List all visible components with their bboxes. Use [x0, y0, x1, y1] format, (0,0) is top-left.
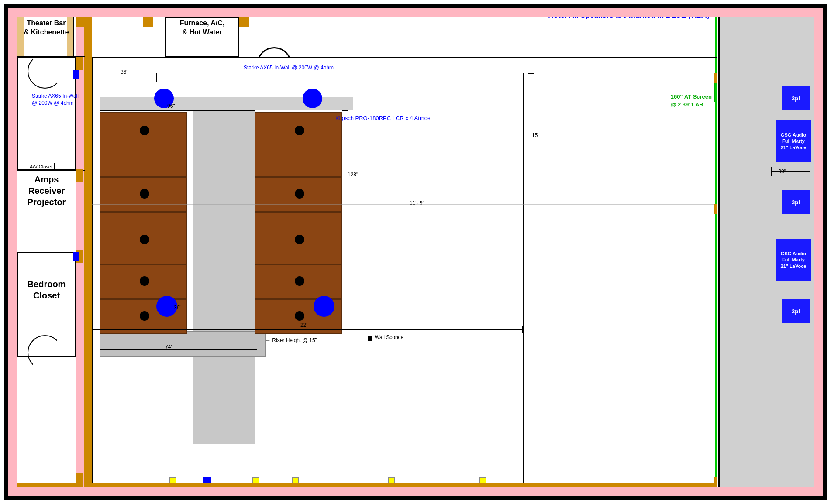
speaker-circle-br [314, 296, 334, 317]
brick-top-3 [239, 17, 249, 27]
wall-right-outer [814, 8, 823, 496]
brick-top-1 [76, 17, 85, 27]
dim-15ft: 15' [532, 132, 539, 138]
seat-block-r3 [255, 212, 342, 264]
dim-tick-r [810, 167, 810, 176]
wall-sconce-icon [368, 336, 372, 341]
seat-block-r1 [255, 112, 342, 177]
screen-arrow-h [707, 102, 714, 102]
wall-sconce: Wall Sconce [375, 334, 403, 340]
dim-74: 74" [165, 344, 173, 350]
brick-right-2 [714, 204, 717, 214]
dim-96: 96" [167, 103, 175, 109]
speaker-3pi-mid: 3pi [782, 190, 810, 214]
seat-block-l3 [100, 212, 187, 264]
dim-line-96 [100, 110, 255, 111]
wall-bottom [8, 487, 823, 496]
gray-aisle-center [193, 108, 255, 444]
riser-annotation: ← Riser Height @ 15" [266, 337, 317, 343]
brick-bottom [92, 483, 717, 487]
furnace-label: Furnace, A/C,& Hot Water [165, 19, 239, 37]
dim-line-11-9 [342, 208, 521, 208]
brick-left-4 [76, 473, 83, 487]
theater-right-wall [523, 73, 524, 487]
dim-line-36-top [100, 77, 156, 77]
theater-left-wall [92, 57, 93, 487]
dim-tick-96-r [255, 107, 255, 114]
seat-block-l2 [100, 177, 187, 212]
gray-riser [100, 331, 266, 357]
brick-left-2 [76, 169, 83, 182]
bedroom-closet-label: BedroomCloset [17, 278, 76, 301]
top-theater-wall [92, 57, 717, 58]
speaker-3pi-bot: 3pi [782, 299, 810, 323]
starke-left-annotation: Starke AX65 In-Wall@ 200W @ 4ohm [32, 93, 79, 106]
amps-label: AmpsReceiverProjector [17, 174, 76, 208]
dim-tick-11-r [521, 204, 521, 211]
klipsch-arrow [327, 104, 327, 115]
seat-block-l1 [100, 112, 187, 177]
starke-top-arrow [259, 75, 259, 91]
left-divider-brick [84, 17, 92, 487]
dim-tick-15ft-bot [528, 202, 534, 202]
dim-tick-74-r [257, 346, 257, 353]
theater-bar-label: Theater Bar& Kitchenette [16, 19, 77, 37]
dim-tick-l [771, 167, 772, 176]
brick-right-1 [714, 73, 717, 83]
dim-36-top: 36" [121, 69, 128, 75]
dim-128: 128" [348, 171, 358, 178]
dim-tick-36-l [100, 73, 100, 82]
dim-line-74 [100, 349, 257, 350]
seat-block-r4 [255, 264, 342, 299]
blue-wall-marker-1 [73, 70, 79, 79]
brick-right-3 [714, 477, 717, 487]
main-canvas: Note: All Speakers are marked in BLUE (7… [0, 0, 831, 504]
av-closet-label: A/V Closet [28, 163, 55, 171]
brick-bottom-left [17, 483, 76, 487]
wall-top [8, 8, 823, 17]
dim-tick-128-bot [342, 246, 348, 246]
speaker-gsg-bot: GSG AudioFull Marty21" LaVoce [776, 239, 811, 281]
dim-tick-22-r [522, 326, 523, 333]
dim-11-9: 11'- 9" [410, 200, 424, 206]
starke-left-arrow [76, 102, 89, 102]
dim-36-bot: 36" [174, 305, 182, 311]
screen-line [715, 17, 717, 487]
floor-plan: Note: All Speakers are marked in BLUE (7… [4, 4, 827, 500]
dim-line-22 [92, 329, 522, 330]
seat-block-r2 [255, 177, 342, 212]
speaker-3pi-top: 3pi [782, 86, 810, 110]
wall-left [8, 17, 17, 487]
seat-block-l4 [100, 264, 187, 299]
speaker-gsg-top: GSG AudioFull Marty21" LaVoce [776, 120, 811, 162]
dim-22: 22' [300, 322, 307, 328]
speaker-circle-tr [303, 89, 322, 108]
blue-wall-marker-2 [73, 252, 79, 261]
dim-line-30 [771, 171, 810, 172]
brick-top-2 [143, 17, 153, 27]
starke-top-annotation: Starke AX65 In-Wall @ 200W @ 4ohm [244, 65, 334, 72]
klipsch-annotation: Klipsch PRO-180RPC LCR x 4 Atmos [335, 115, 430, 122]
dim-line-128 [345, 110, 345, 246]
screen-annotation: 160" AT Screen@ 2.39:1 AR [671, 93, 712, 109]
brick-left-1 [76, 57, 83, 70]
dim-line-15ft [531, 73, 531, 202]
center-h-line [92, 204, 717, 205]
dim-tick-36-r [156, 73, 157, 82]
